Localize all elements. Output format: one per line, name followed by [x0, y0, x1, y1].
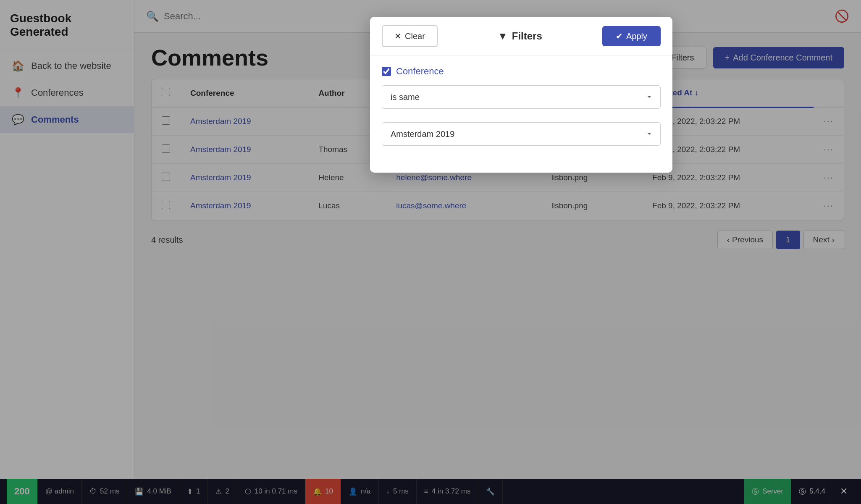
clear-button[interactable]: ✕ Clear: [382, 25, 438, 47]
value-select[interactable]: Amsterdam 2019 Berlin 2020 Paris 2021: [382, 122, 661, 146]
filter-title: ▼ Filters: [498, 30, 542, 42]
filter-modal-body: Conference is same is not contains Amste…: [370, 56, 672, 173]
filter-modal-header: ✕ Clear ▼ Filters ✔ Apply: [370, 17, 672, 56]
value-select-wrapper: Amsterdam 2019 Berlin 2020 Paris 2021: [382, 122, 661, 152]
condition-select-wrapper: is same is not contains: [382, 85, 661, 116]
filter-checkbox-row: Conference: [382, 66, 661, 77]
clear-icon: ✕: [394, 31, 402, 41]
apply-button[interactable]: ✔ Apply: [602, 26, 661, 46]
conference-filter-label: Conference: [396, 66, 444, 77]
filter-modal: ✕ Clear ▼ Filters ✔ Apply Conference is …: [370, 17, 672, 173]
apply-label: Apply: [626, 32, 647, 41]
filter-title-label: Filters: [512, 30, 542, 42]
check-icon: ✔: [616, 31, 623, 41]
funnel-icon: ▼: [498, 30, 508, 42]
clear-label: Clear: [405, 32, 425, 41]
condition-select[interactable]: is same is not contains: [382, 85, 661, 109]
conference-filter-checkbox[interactable]: [382, 67, 391, 76]
